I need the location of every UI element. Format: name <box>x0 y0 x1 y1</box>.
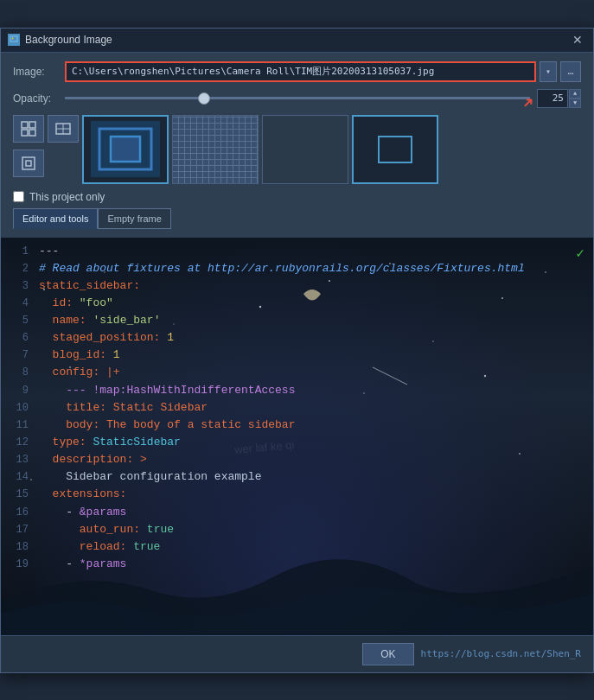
svg-rect-5 <box>29 130 35 136</box>
svg-rect-9 <box>22 157 35 169</box>
close-button[interactable]: ✕ <box>569 34 586 46</box>
code-line-2: 2 # Read about fixtures at http://ar.rub… <box>1 260 593 277</box>
tab-empty-frame[interactable]: Empty frame <box>98 208 170 229</box>
footer-url: https://blog.csdn.net/Shen_R <box>421 648 581 659</box>
preview-options <box>13 115 79 177</box>
code-line-6: 6 staged_position: 1 <box>1 329 593 347</box>
svg-rect-0 <box>10 36 17 41</box>
code-line-19: 19 - *params <box>1 556 593 573</box>
image-path-input[interactable] <box>65 61 536 82</box>
checkbox-row: This project only <box>13 191 581 203</box>
svg-rect-4 <box>22 130 28 136</box>
empty-preview-1 <box>263 116 348 183</box>
dialog-icon <box>8 34 20 46</box>
image-input-row: ➜ ▾ … <box>65 61 581 82</box>
opacity-value-box: ▲ ▼ <box>537 89 581 108</box>
opacity-slider-track <box>65 97 530 99</box>
opacity-spin-up[interactable]: ▲ <box>569 89 581 99</box>
svg-rect-2 <box>22 122 28 128</box>
svg-rect-13 <box>111 137 140 162</box>
opacity-spinners: ▲ ▼ <box>569 89 581 108</box>
image-row: Image: ➜ ▾ … <box>13 61 581 82</box>
tab-row: Editor and tools Empty frame <box>13 208 581 229</box>
opacity-label: Opacity: <box>13 92 65 105</box>
browse-button[interactable]: … <box>560 61 581 82</box>
code-line-4: 4 id: "foo" <box>1 295 593 312</box>
code-lines-container: 1 --- 2 # Read about fixtures at http://… <box>1 238 593 579</box>
background-image-dialog: Background Image ✕ Image: ➜ ▾ … Opacity: <box>0 28 594 673</box>
code-line-16: 16 - &params <box>1 504 593 521</box>
code-line-15: 15 extensions: <box>1 486 593 503</box>
code-line-17: 17 auto_run: true <box>1 521 593 538</box>
preview-blue-content <box>354 117 437 182</box>
preview-blue-border[interactable] <box>352 115 438 184</box>
code-line-8: 8 config: |+ <box>1 364 593 381</box>
title-bar-left: Background Image <box>8 34 112 46</box>
preview-grid-pattern[interactable] <box>172 115 259 184</box>
image-dropdown-button[interactable]: ▾ <box>540 61 557 82</box>
code-line-3: 3 static_sidebar: <box>1 277 593 295</box>
code-editor[interactable]: ✓ 1 --- 2 # Read about fixtures at http:… <box>1 238 593 635</box>
dialog-title: Background Image <box>25 34 112 46</box>
preview-empty-1[interactable] <box>262 115 348 184</box>
code-line-5: 5 name: 'side_bar' <box>1 312 593 329</box>
opacity-spin-down[interactable]: ▼ <box>569 99 581 108</box>
code-line-1: 1 --- <box>1 243 593 260</box>
dialog-form: Image: ➜ ▾ … Opacity: ▲ ▼ <box>1 53 593 238</box>
preview-blue-square[interactable] <box>82 115 169 184</box>
code-line-13: 13 description: > <box>1 451 593 468</box>
code-line-9: 9 --- !map:HashWithIndifferentAccess <box>1 382 593 399</box>
opacity-slider-container[interactable] <box>65 92 530 105</box>
preview-images <box>82 115 581 184</box>
svg-point-1 <box>12 38 14 40</box>
blue-square-image <box>91 121 160 177</box>
preview-icon-row <box>13 115 79 143</box>
code-line-14: 14 Sidebar configuration example <box>1 468 593 486</box>
image-label: Image: <box>13 66 65 78</box>
center-button[interactable] <box>13 150 44 177</box>
grid-pattern-image <box>173 116 258 183</box>
code-line-10: 10 title: Static Sidebar <box>1 399 593 417</box>
code-line-11: 11 body: The body of a static sidebar <box>1 417 593 434</box>
project-only-checkbox[interactable] <box>13 191 24 202</box>
title-bar: Background Image ✕ <box>1 29 593 53</box>
preview-section <box>13 115 581 184</box>
opacity-row: Opacity: ▲ ▼ <box>13 89 581 108</box>
stretch-button[interactable] <box>48 115 79 143</box>
ok-button[interactable]: OK <box>362 643 413 665</box>
tab-editor-tools[interactable]: Editor and tools <box>13 208 98 229</box>
opacity-slider-thumb[interactable] <box>198 92 210 105</box>
dialog-footer: OK https://blog.csdn.net/Shen_R <box>1 635 593 672</box>
project-only-label: This project only <box>29 191 105 203</box>
tile-button[interactable] <box>13 115 44 143</box>
code-line-18: 18 reload: true <box>1 538 593 556</box>
opacity-input[interactable] <box>537 89 568 108</box>
code-line-12: 12 type: StaticSidebar <box>1 434 593 451</box>
code-line-7: 7 blog_id: 1 <box>1 347 593 364</box>
svg-rect-10 <box>26 161 31 166</box>
checkmark-icon: ✓ <box>576 245 584 262</box>
svg-rect-3 <box>29 122 35 128</box>
